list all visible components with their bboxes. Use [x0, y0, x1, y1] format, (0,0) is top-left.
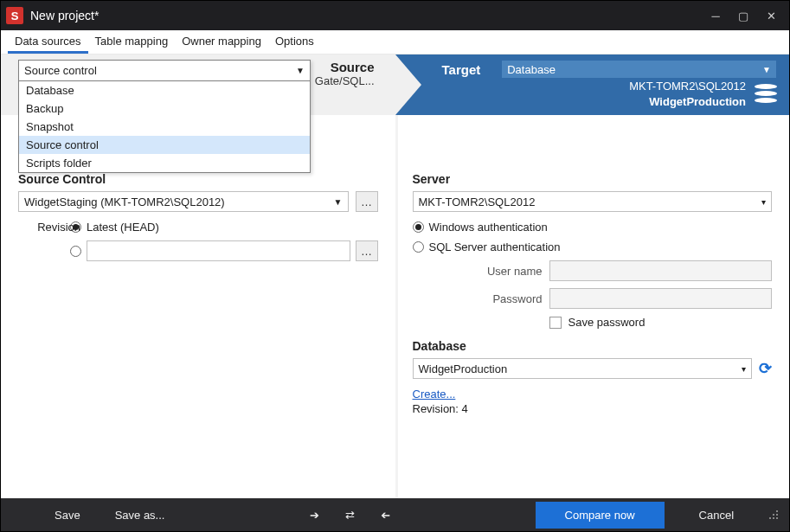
revision-label: Revision — [37, 221, 80, 234]
tabbar: Data sources Table mapping Owner mapping… — [1, 30, 789, 54]
username-input — [549, 260, 773, 281]
save-as-button[interactable]: Save as... — [115, 509, 165, 522]
revision-browse-button[interactable]: … — [356, 240, 378, 261]
dropdown-option-scripts-folder[interactable]: Scripts folder — [19, 154, 310, 172]
save-button[interactable]: Save — [55, 509, 80, 522]
close-button[interactable]: ✕ — [765, 10, 777, 22]
source-browse-button[interactable]: … — [356, 191, 378, 212]
windows-auth-radio[interactable] — [413, 221, 424, 233]
revision-input[interactable] — [87, 240, 350, 261]
minimize-button[interactable]: ─ — [710, 10, 722, 22]
source-control-label: Source Control — [18, 172, 378, 186]
footer: Save Save as... ➔ ⇄ ➔ Compare now Cancel — [1, 498, 789, 531]
tab-data-sources[interactable]: Data sources — [8, 30, 88, 54]
compare-now-button[interactable]: Compare now — [536, 502, 665, 529]
save-password-checkbox[interactable] — [549, 317, 562, 329]
tab-owner-mapping[interactable]: Owner mapping — [175, 30, 268, 54]
server-label: Server — [413, 172, 773, 186]
arrow-right-icon[interactable]: ➔ — [310, 509, 319, 522]
source-control-select[interactable]: WidgetStaging (MKT-TOMR2\SQL2012) ▼ — [18, 191, 349, 212]
swap-icon[interactable]: ⇄ — [345, 509, 355, 522]
source-type-current[interactable]: Source control ▼ — [19, 61, 310, 81]
app-logo: S — [6, 7, 23, 24]
database-value: WidgetProduction — [419, 362, 508, 375]
password-label: Password — [413, 292, 543, 305]
cancel-button[interactable]: Cancel — [699, 509, 734, 522]
maximize-button[interactable]: ▢ — [737, 10, 749, 22]
chevron-down-icon: ▼ — [334, 197, 343, 207]
dropdown-option-snapshot[interactable]: Snapshot — [19, 118, 310, 136]
source-control-value: WidgetStaging (MKT-TOMR2\SQL2012) — [24, 195, 225, 208]
sql-auth-label: SQL Server authentication — [429, 240, 561, 253]
username-label: User name — [413, 265, 543, 278]
sql-auth-radio[interactable] — [413, 241, 424, 253]
target-banner: Target Database ▼ MKT-TOMR2\SQL2012 Widg… — [395, 54, 790, 115]
dropdown-option-backup[interactable]: Backup — [19, 99, 310, 118]
windows-auth-label: Windows authentication — [429, 221, 548, 234]
titlebar: S New project* ─ ▢ ✕ — [1, 1, 789, 30]
save-password-label: Save password — [568, 316, 645, 329]
dropdown-option-database[interactable]: Database — [19, 81, 310, 99]
chevron-down-icon: ▾ — [742, 364, 746, 374]
resize-grip[interactable] — [768, 510, 779, 520]
source-type-dropdown[interactable]: Source control ▼ Database Backup Snapsho… — [18, 60, 311, 173]
target-type-value: Database — [507, 63, 556, 76]
arrow-left-icon[interactable]: ➔ — [381, 509, 390, 522]
dropdown-option-source-control[interactable]: Source control — [19, 136, 310, 154]
revision-specific-radio[interactable] — [70, 246, 81, 257]
revision-latest-label: Latest (HEAD) — [87, 221, 159, 234]
refresh-icon[interactable]: ⟳ — [759, 359, 772, 378]
password-input — [549, 288, 773, 309]
database-label: Database — [413, 339, 773, 353]
tab-table-mapping[interactable]: Table mapping — [88, 30, 176, 54]
target-server-name: MKT-TOMR2\SQL2012 — [629, 79, 746, 94]
database-select[interactable]: WidgetProduction ▾ — [413, 358, 753, 379]
tab-options[interactable]: Options — [268, 30, 321, 54]
target-db-name: WidgetProduction — [629, 94, 746, 110]
server-value: MKT-TOMR2\SQL2012 — [419, 195, 536, 208]
chevron-down-icon: ▾ — [761, 197, 766, 207]
chevron-down-icon: ▼ — [296, 66, 305, 75]
source-type-current-label: Source control — [24, 64, 97, 77]
window-title: New project* — [30, 9, 703, 22]
server-select[interactable]: MKT-TOMR2\SQL2012 ▾ — [413, 191, 773, 212]
target-type-select[interactable]: Database ▼ — [501, 60, 777, 79]
revision-text: Revision: 4 — [413, 402, 773, 415]
create-database-link[interactable]: Create... — [413, 388, 456, 401]
content-area: Source Gate/SQL... Target Database ▼ MKT… — [1, 54, 789, 498]
banner-arrow — [395, 54, 421, 115]
target-panel: Server MKT-TOMR2\SQL2012 ▾ Windows authe… — [395, 115, 790, 498]
database-icon — [755, 84, 777, 105]
chevron-down-icon: ▼ — [762, 65, 771, 74]
